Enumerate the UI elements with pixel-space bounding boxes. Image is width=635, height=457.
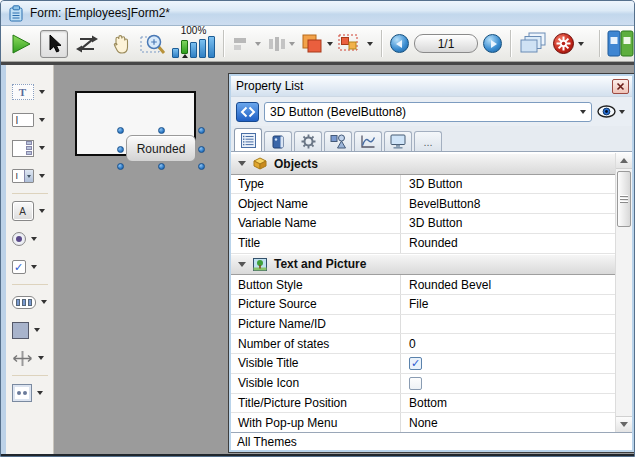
property-row-type[interactable]: Type 3D Button [231, 175, 615, 195]
sidebar-tool-combo-box[interactable]: I [9, 162, 51, 190]
page-indicator[interactable]: 1/1 [414, 34, 478, 53]
form-area[interactable]: Rounded [75, 91, 196, 156]
level-object-group[interactable] [300, 33, 333, 55]
selected-3d-button[interactable]: Rounded [126, 135, 196, 162]
library-group[interactable] [596, 30, 635, 57]
object-selector-dropdown[interactable]: 3D Button (BevelButton8) [264, 102, 592, 122]
checkbox-unchecked[interactable] [409, 377, 422, 390]
tab-property-list[interactable] [234, 128, 262, 151]
zoom-bar-50[interactable] [172, 48, 179, 58]
move-tool-button[interactable] [106, 30, 134, 58]
chevron-down-icon[interactable] [37, 391, 43, 395]
chevron-down-icon[interactable] [255, 42, 261, 46]
property-value[interactable]: 3D Button [401, 216, 615, 230]
chevron-down-icon[interactable] [619, 110, 625, 114]
zoom-bar-100-active[interactable] [181, 40, 188, 54]
property-row-title-picture-position[interactable]: Title/Picture Position Bottom [231, 394, 615, 414]
chevron-down-icon[interactable] [38, 356, 44, 360]
chevron-down-icon[interactable] [39, 174, 45, 178]
title-bar[interactable]: Form: [Employees]Form2* [1, 1, 634, 26]
chevron-down-icon[interactable] [39, 146, 45, 150]
property-value[interactable]: Rounded [401, 236, 615, 250]
selection-handle[interactable] [117, 163, 124, 170]
sidebar-tool-radio-button[interactable] [9, 225, 51, 253]
collapse-triangle-icon[interactable] [238, 161, 246, 166]
property-row-with-popup-menu[interactable]: With Pop-up Menu None [231, 413, 615, 432]
property-value[interactable]: BevelButton8 [401, 197, 615, 211]
sidebar-tool-button-grid[interactable] [9, 288, 51, 316]
property-row-number-of-states[interactable]: Number of states 0 [231, 334, 615, 354]
scrollbar-thumb[interactable] [617, 171, 631, 227]
object-navigate-button[interactable] [236, 102, 259, 122]
property-value[interactable]: Rounded Bevel [401, 278, 615, 292]
display-windows-button[interactable] [519, 30, 547, 58]
chevron-down-icon[interactable] [367, 42, 373, 46]
selection-handle[interactable] [198, 163, 205, 170]
sidebar-tool-check-box[interactable]: ✓ [9, 253, 51, 281]
sidebar-tool-plugin-area[interactable] [9, 379, 51, 407]
selection-handle[interactable] [158, 163, 165, 170]
property-row-object-name[interactable]: Object Name BevelButton8 [231, 194, 615, 214]
scroll-up-button[interactable] [616, 153, 632, 169]
previous-page-button[interactable] [390, 34, 409, 53]
distribute-tool-group[interactable] [266, 35, 295, 53]
selection-handle[interactable] [158, 127, 165, 134]
property-value[interactable]: None [401, 416, 615, 430]
selection-handle[interactable] [198, 146, 205, 153]
chevron-down-icon[interactable] [39, 209, 45, 213]
zoom-bar-400[interactable] [199, 39, 206, 58]
scroll-down-button[interactable] [616, 416, 632, 432]
vertical-scrollbar[interactable] [615, 153, 632, 432]
tab-objects[interactable] [324, 131, 352, 151]
preconfigured-settings-group[interactable] [552, 32, 584, 55]
selection-tool-button[interactable] [40, 30, 68, 58]
property-row-picture-name-id[interactable]: Picture Name/ID [231, 315, 615, 335]
chevron-down-icon[interactable] [39, 90, 45, 94]
selection-handle[interactable] [198, 127, 205, 134]
tab-events[interactable] [264, 131, 292, 151]
section-header-text-and-picture[interactable]: Text and Picture [231, 254, 615, 276]
section-header-objects[interactable]: Objects [231, 153, 615, 175]
chevron-down-icon[interactable] [289, 42, 295, 46]
zoom-bars-icon[interactable] [172, 36, 215, 58]
sidebar-tool-splitter[interactable] [9, 344, 51, 372]
group-object-group[interactable] [338, 33, 373, 54]
property-value[interactable]: 0 [401, 337, 615, 351]
zoom-bar-800[interactable] [208, 36, 215, 58]
chevron-down-icon[interactable] [41, 300, 47, 304]
sidebar-tool-rectangle[interactable] [9, 316, 51, 344]
property-row-picture-source[interactable]: Picture Source File [231, 295, 615, 315]
tab-more[interactable]: ... [414, 131, 442, 151]
property-list-titlebar[interactable]: Property List [231, 76, 632, 96]
property-row-visible-icon[interactable]: Visible Icon [231, 374, 615, 394]
sidebar-tool-list-box[interactable] [9, 134, 51, 162]
chevron-down-icon[interactable] [31, 237, 37, 241]
tab-display[interactable] [384, 131, 412, 151]
selection-handle[interactable] [117, 127, 124, 134]
chevron-down-icon[interactable] [34, 328, 40, 332]
close-button[interactable] [612, 79, 629, 94]
property-value[interactable]: 3D Button [401, 177, 615, 191]
zoom-scale-control[interactable]: 100% [172, 28, 215, 56]
chevron-down-icon[interactable] [39, 118, 45, 122]
align-tool-group[interactable] [232, 35, 261, 53]
entry-order-tool-button[interactable] [73, 30, 101, 58]
property-row-visible-title[interactable]: Visible Title ✓ [231, 354, 615, 374]
tab-chart[interactable] [354, 131, 382, 151]
property-value[interactable]: Bottom [401, 396, 615, 410]
property-row-title[interactable]: Title Rounded [231, 234, 615, 254]
zoom-tool-button[interactable] [139, 30, 167, 58]
zoom-bar-100-wrap[interactable] [181, 40, 188, 58]
collapse-triangle-icon[interactable] [238, 262, 246, 267]
property-row-button-style[interactable]: Button Style Rounded Bevel [231, 275, 615, 295]
property-row-variable-name[interactable]: Variable Name 3D Button [231, 214, 615, 234]
theme-filter-bar[interactable]: All Themes [231, 432, 632, 450]
property-value[interactable]: File [401, 297, 615, 311]
sidebar-tool-text[interactable]: T [9, 78, 51, 106]
tab-settings[interactable] [294, 131, 322, 151]
next-page-button[interactable] [483, 34, 502, 53]
zoom-bar-200[interactable] [190, 42, 197, 58]
chevron-down-icon[interactable] [31, 265, 37, 269]
sidebar-tool-input[interactable]: I [9, 106, 51, 134]
view-options-button[interactable] [597, 105, 627, 118]
